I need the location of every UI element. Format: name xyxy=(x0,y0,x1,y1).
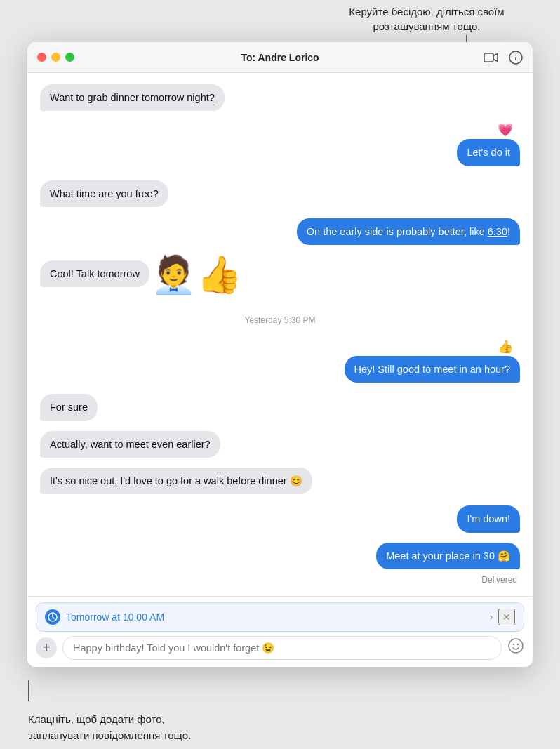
contact-name: Andre Lorico xyxy=(258,52,319,63)
message-bubble: Let's do it xyxy=(457,139,520,166)
minimize-button[interactable] xyxy=(51,53,60,62)
message-bubble: It's so nice out, I'd love to go for a w… xyxy=(40,468,312,494)
time-separator: Yesterday 5:30 PM xyxy=(40,315,520,325)
message-row: Let's do it xyxy=(40,139,520,166)
reaction-emoji: 👍 xyxy=(498,339,513,354)
message-row: On the early side is probably better, li… xyxy=(40,218,520,245)
message-bubble: Hey! Still good to meet in an hour? xyxy=(345,356,520,383)
annotation-bottom-line xyxy=(28,680,29,701)
messages-window: To: Andre Lorico Want to grab xyxy=(27,42,533,667)
input-area: Tomorrow at 10:00 AM › ✕ + xyxy=(27,596,533,667)
svg-point-5 xyxy=(509,639,523,653)
reaction-emoji: 💗 xyxy=(498,122,513,138)
svg-point-6 xyxy=(513,644,514,645)
message-row: It's so nice out, I'd love to go for a w… xyxy=(40,468,520,494)
add-icon: + xyxy=(42,639,51,656)
svg-point-2 xyxy=(515,54,516,55)
reaction-row: 💗 xyxy=(40,122,513,138)
maximize-button[interactable] xyxy=(65,53,74,62)
scheduled-text: Tomorrow at 10:00 AM xyxy=(66,611,484,623)
annotation-top: Керуйте бесідою, діліться своїм розташув… xyxy=(335,0,518,34)
add-button[interactable]: + xyxy=(36,637,57,658)
message-row: Hey! Still good to meet in an hour? xyxy=(40,356,520,383)
message-bubble: Actually, want to meet even earlier? xyxy=(40,431,220,458)
memoji-sticker: 🧑‍💼👍 xyxy=(151,256,242,293)
close-button[interactable] xyxy=(37,53,46,62)
delivered-label: Delivered xyxy=(40,575,517,585)
message-bubble: Meet at your place in 30 🤗 xyxy=(376,543,520,569)
svg-rect-3 xyxy=(515,57,516,60)
message-bubble: For sure xyxy=(40,394,98,420)
message-bubble: Want to grab dinner tomorrow night? xyxy=(40,84,225,111)
svg-point-7 xyxy=(517,644,519,645)
message-row-memoji: Cool! Talk tomorrow 🧑‍💼👍 xyxy=(40,256,520,290)
message-bubble: Cool! Talk tomorrow xyxy=(40,260,149,287)
titlebar-recipient: To: Andre Lorico xyxy=(241,52,319,63)
titlebar-actions xyxy=(484,51,523,65)
chat-area: Want to grab dinner tomorrow night? 💗 Le… xyxy=(27,73,533,596)
message-input[interactable] xyxy=(62,636,502,660)
annotation-bottom: Клацніть, щоб додати фото, запланувати п… xyxy=(28,712,225,749)
message-row: Meet at your place in 30 🤗 xyxy=(40,543,520,569)
scheduled-clock-icon xyxy=(45,609,60,625)
message-bubble: I'm down! xyxy=(457,505,520,532)
titlebar: To: Andre Lorico xyxy=(27,42,533,73)
message-row: I'm down! xyxy=(40,505,520,532)
emoji-button[interactable] xyxy=(507,637,524,658)
scheduled-banner[interactable]: Tomorrow at 10:00 AM › ✕ xyxy=(36,602,524,632)
message-bubble: What time are you free? xyxy=(40,180,168,207)
video-call-button[interactable] xyxy=(484,52,499,63)
svg-rect-0 xyxy=(484,53,493,62)
message-row: Want to grab dinner tomorrow night? xyxy=(40,84,520,111)
message-bubble: On the early side is probably better, li… xyxy=(297,218,520,245)
message-row: For sure xyxy=(40,394,520,420)
scheduled-chevron-icon: › xyxy=(490,611,493,622)
traffic-lights xyxy=(37,53,74,62)
info-button[interactable] xyxy=(509,51,523,65)
message-row: Actually, want to meet even earlier? xyxy=(40,431,520,458)
message-row: What time are you free? xyxy=(40,180,520,207)
reaction-row: 👍 xyxy=(40,339,513,354)
input-row: + xyxy=(36,636,524,660)
scheduled-close-button[interactable]: ✕ xyxy=(498,609,515,625)
